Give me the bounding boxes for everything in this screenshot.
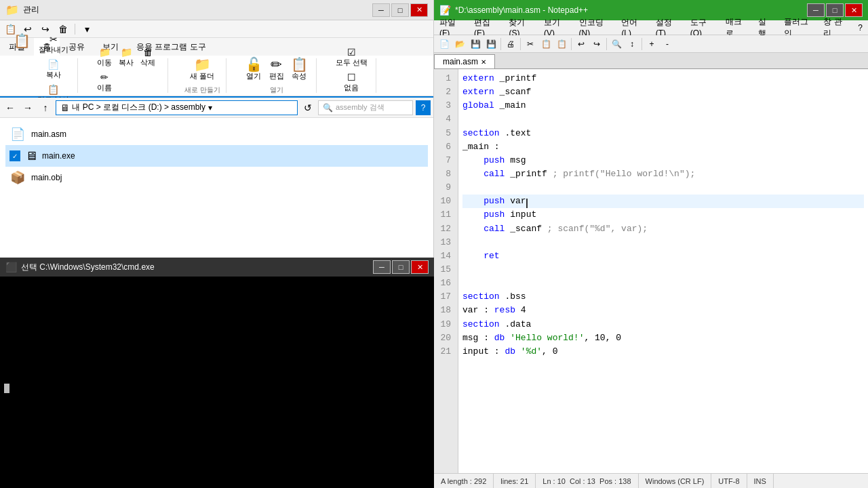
open-nt-btn[interactable]: 📂 xyxy=(452,37,467,52)
save-btn[interactable]: 💾 xyxy=(468,37,483,52)
code-line-21: input : db '%d', 0 xyxy=(462,345,864,359)
status-lines: lines: 21 xyxy=(494,474,536,488)
code-line-7: push msg xyxy=(462,154,864,167)
file-item-main-exe[interactable]: ✓ 🖥 main.exe xyxy=(5,145,428,167)
cmd-line: D:\assembly>gcc main.obj -o main.exe xyxy=(4,336,430,348)
cmd-maximize[interactable]: □ xyxy=(392,260,410,274)
code-line-13 xyxy=(462,236,864,249)
edit-btn[interactable]: ✏편집 xyxy=(267,56,287,83)
new-group: 📁새 폴더 새로 만들기 xyxy=(179,58,226,93)
notepad-window: 📝 *D:\assembly\main.asm - Notepad++ ─ □ … xyxy=(434,0,868,488)
replace-nt-btn[interactable]: ↕ xyxy=(625,37,639,52)
cut-btn[interactable]: ✂ 잘라내기 xyxy=(35,33,72,56)
code-line-11: push input xyxy=(462,208,864,222)
redo-nt-btn[interactable]: ↪ xyxy=(589,37,604,52)
undo-nt-btn[interactable]: ↩ xyxy=(574,37,589,52)
code-line-5: section .text xyxy=(462,127,864,140)
code-line-1: extern _printf xyxy=(462,72,864,85)
copy-nt-btn[interactable]: 📋 xyxy=(538,37,553,52)
new-btn[interactable]: 📄 xyxy=(437,37,452,52)
help-button[interactable]: ? xyxy=(416,100,431,115)
toolbar-sep3 xyxy=(571,38,572,50)
forward-button[interactable]: → xyxy=(20,100,35,115)
cmd-line: Hello world! xyxy=(4,370,430,382)
code-line-9 xyxy=(462,181,864,195)
file-name-obj: main.obj xyxy=(31,173,62,182)
code-line-10: push var xyxy=(462,195,864,208)
cmd-body[interactable]: Microsoft Windows [Version 10.0.19042.12… xyxy=(0,277,434,488)
new-folder-btn[interactable]: 📁새 폴더 xyxy=(187,56,217,83)
file-icon-obj: 📦 xyxy=(9,169,26,186)
status-length: A length : 292 xyxy=(434,474,494,488)
status-encoding: UTF-8 xyxy=(711,474,747,488)
file-item-main-obj[interactable]: 📦 main.obj xyxy=(5,167,428,188)
code-content[interactable]: extern _printfextern _scanfglobal _main … xyxy=(458,69,868,473)
code-line-4 xyxy=(462,113,864,126)
back-button[interactable]: ← xyxy=(3,100,18,115)
toolbar-sep2 xyxy=(520,38,521,50)
tab-label: main.asm xyxy=(443,57,478,66)
file-item-main-asm[interactable]: 📄 main.asm xyxy=(5,123,428,145)
rename-btn[interactable]: ✏ 이름 xyxy=(94,70,115,94)
cmd-prompt: D:\assembly> xyxy=(4,393,430,405)
cmd-line xyxy=(4,302,430,314)
address-path[interactable]: 🖥 내 PC > 로컬 디스크 (D:) > assembly ▾ xyxy=(56,100,298,115)
cmd-line xyxy=(4,348,430,359)
zoom-in-btn[interactable]: + xyxy=(644,37,659,52)
code-line-18: var : resb 4 xyxy=(462,304,864,317)
cmd-window: ⬛ 선택 C:\Windows\System32\cmd.exe ─ □ ✕ M… xyxy=(0,258,434,488)
search-box[interactable]: 🔍 assembly 검색 xyxy=(318,100,413,115)
save-all-btn[interactable]: 💾 xyxy=(484,37,498,52)
find-nt-btn[interactable]: 🔍 xyxy=(609,37,624,52)
cmd-line xyxy=(4,325,430,336)
line-numbers: 123456789101112131415161718192021 xyxy=(434,69,458,473)
select-none-btn[interactable]: ☐ 없음 xyxy=(341,70,361,94)
copy-btn[interactable]: 📄 복사 xyxy=(35,58,72,81)
print-btn[interactable]: 🖨 xyxy=(503,37,518,52)
open-group: 🔓열기 ✏편집 📋속성 열기 xyxy=(237,58,317,93)
tab-close-btn[interactable]: ✕ xyxy=(481,58,486,66)
checkbox-exe[interactable]: ✓ xyxy=(9,150,20,161)
toolbar-sep5 xyxy=(642,38,642,50)
menu-help[interactable]: ? xyxy=(852,22,868,34)
cut-nt-btn[interactable]: ✂ xyxy=(523,37,538,52)
notepad-menubar: 파일(F) 편집(E) 찾기(S) 보기(V) 인코딩(N) 언어(L) 설정(… xyxy=(434,20,868,35)
cmd-line: D:\assembly>main xyxy=(4,359,430,371)
history-btn[interactable]: 📋속성 xyxy=(288,56,311,83)
editor-tabs: main.asm ✕ xyxy=(434,53,868,69)
refresh-button[interactable]: ↺ xyxy=(300,100,315,115)
code-line-8: call _printf ; printf("Hello world!\n"); xyxy=(462,167,864,181)
open-btn[interactable]: 🔓열기 xyxy=(243,56,265,83)
copy-to-btn[interactable]: 📁 복사 xyxy=(116,45,136,69)
zoom-out-btn[interactable]: - xyxy=(660,37,675,52)
paste-nt-btn[interactable]: 📋 xyxy=(554,37,569,52)
code-line-17: section .bss xyxy=(462,290,864,304)
close-button[interactable]: ✕ xyxy=(410,3,428,17)
cmd-titlebar: ⬛ 선택 C:\Windows\System32\cmd.exe ─ □ ✕ xyxy=(0,258,434,277)
toolbar-separator xyxy=(75,24,75,35)
cmd-minimize[interactable]: ─ xyxy=(373,260,391,274)
up-button[interactable]: ↑ xyxy=(38,100,53,115)
delete-org-btn[interactable]: 🗑 삭제 xyxy=(138,45,158,69)
paste-btn[interactable]: 📋 xyxy=(11,33,33,106)
minimize-button[interactable]: ─ xyxy=(372,3,390,17)
select-group: ☑ 모두 선택 ☐ 없음 선택 xyxy=(328,58,376,93)
code-editor[interactable]: 123456789101112131415161718192021 extern… xyxy=(434,69,868,473)
notepad-toolbar: 📄 📂 💾 💾 🖨 ✂ 📋 📋 ↩ ↪ 🔍 ↕ + - xyxy=(434,35,868,53)
tab-main-asm[interactable]: main.asm ✕ xyxy=(434,54,495,68)
cmd-close[interactable]: ✕ xyxy=(411,260,429,274)
cmd-line: Microsoft Windows [Version 10.0.19042.12… xyxy=(4,279,430,291)
code-line-19: section .data xyxy=(462,318,864,331)
address-bar: ← → ↑ 🖥 내 PC > 로컬 디스크 (D:) > assembly ▾ … xyxy=(0,98,433,118)
cmd-title: 선택 C:\Windows\System32\cmd.exe xyxy=(21,262,155,273)
file-icon-exe: 🖥 xyxy=(23,148,39,164)
maximize-button[interactable]: □ xyxy=(391,3,409,17)
customize-btn[interactable]: ▾ xyxy=(79,22,94,37)
open-label: 열기 xyxy=(270,85,283,95)
code-line-20: msg : db 'Hello world!', 10, 0 xyxy=(462,331,864,345)
explorer-title: 관리 xyxy=(23,4,39,16)
select-all-btn[interactable]: ☑ 모두 선택 xyxy=(333,45,370,69)
notepad-statusbar: A length : 292 lines: 21 Ln : 10 Col : 1… xyxy=(434,473,868,488)
move-to-btn[interactable]: 📁 이동 xyxy=(94,45,115,69)
file-name-asm: main.asm xyxy=(31,129,66,139)
